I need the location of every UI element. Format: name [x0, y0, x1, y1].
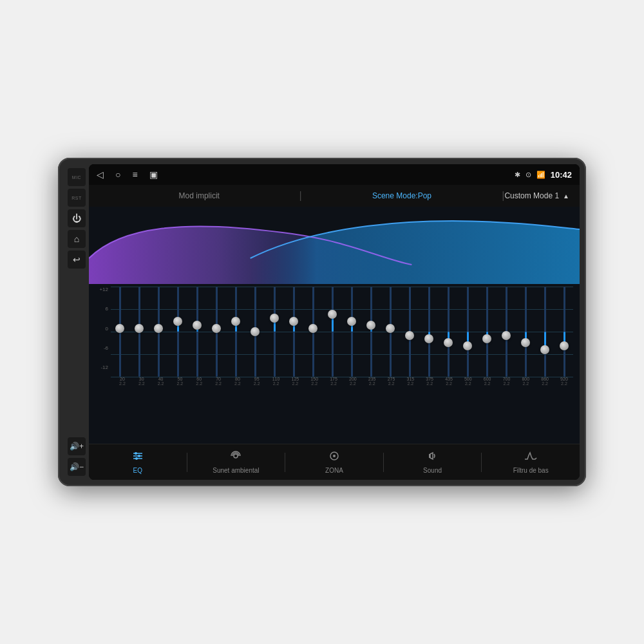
- slider-col-50[interactable]: [169, 287, 187, 377]
- freq-label-235: 235: [368, 377, 376, 381]
- tab-ambient[interactable]: Sunet ambiental: [187, 446, 285, 478]
- menu-nav-icon[interactable]: ≡: [132, 169, 137, 180]
- q-label-920: 2.2: [561, 381, 567, 386]
- slider-thumb-110[interactable]: [270, 314, 279, 323]
- freq-col-275: 275: [383, 377, 401, 381]
- svg-rect-10: [429, 454, 430, 458]
- slider-thumb-860[interactable]: [540, 345, 549, 354]
- home-button[interactable]: ⌂: [68, 230, 86, 248]
- slider-col-95[interactable]: [246, 287, 264, 377]
- slider-col-150[interactable]: [304, 287, 322, 377]
- db-scale: +12 6 0 -6 -12: [95, 287, 111, 370]
- freq-col-95: 95: [248, 377, 266, 381]
- slider-col-275[interactable]: [381, 287, 399, 377]
- freq-label-50: 50: [178, 377, 183, 381]
- slider-col-40[interactable]: [149, 287, 167, 377]
- slider-col-60[interactable]: [188, 287, 206, 377]
- q-label-70: 2.2: [215, 381, 222, 386]
- volume-up-button[interactable]: 🔊+: [68, 437, 86, 455]
- slider-col-20[interactable]: [111, 287, 129, 377]
- q-label-50: 2.2: [177, 381, 184, 386]
- slider-thumb-315[interactable]: [405, 331, 414, 340]
- mode-scene[interactable]: Scene Mode:Pop: [302, 191, 502, 200]
- slider-col-80[interactable]: [227, 287, 245, 377]
- q-col-175: 2.2: [325, 381, 343, 386]
- slider-thumb-20[interactable]: [115, 324, 124, 333]
- mode-custom[interactable]: Custom Mode 1 ▲: [504, 191, 569, 200]
- sound-icon: [426, 450, 439, 465]
- slider-col-110[interactable]: [265, 287, 283, 377]
- slider-col-920[interactable]: [555, 287, 573, 377]
- slider-thumb-60[interactable]: [193, 321, 202, 330]
- ambient-icon: [229, 450, 242, 465]
- slider-thumb-80[interactable]: [231, 317, 240, 326]
- q-col-30: 2.2: [133, 381, 151, 386]
- recent-nav-icon[interactable]: ▣: [149, 169, 158, 180]
- freq-col-40: 40: [152, 377, 170, 381]
- svg-point-9: [333, 455, 336, 457]
- slider-thumb-435[interactable]: [444, 338, 453, 347]
- freq-label-30: 30: [139, 377, 144, 381]
- tab-sound[interactable]: Sound: [384, 446, 482, 478]
- slider-thumb-125[interactable]: [289, 317, 298, 326]
- tab-bass[interactable]: Filtru de bas: [482, 446, 580, 478]
- freq-label-110: 110: [272, 377, 280, 381]
- slider-col-860[interactable]: [536, 287, 554, 377]
- db-label-neg12: -12: [95, 365, 108, 370]
- slider-col-375[interactable]: [420, 287, 438, 377]
- freq-col-175: 175: [325, 377, 343, 381]
- slider-col-700[interactable]: [497, 287, 515, 377]
- svg-point-7: [234, 454, 238, 458]
- freq-col-125: 125: [286, 377, 304, 381]
- slider-thumb-50[interactable]: [173, 317, 182, 326]
- freq-col-375: 375: [421, 377, 439, 381]
- slider-thumb-275[interactable]: [386, 324, 395, 333]
- slider-col-600[interactable]: [478, 287, 496, 377]
- rst-button[interactable]: RST: [68, 189, 86, 207]
- freq-col-70: 70: [209, 377, 227, 381]
- mic-button[interactable]: MIC: [68, 168, 86, 186]
- back-button[interactable]: ↩: [68, 251, 86, 269]
- db-label-12: +12: [95, 287, 108, 292]
- mode-implicit[interactable]: Mod implicit: [99, 191, 299, 200]
- freq-label-700: 700: [503, 377, 511, 381]
- slider-col-500[interactable]: [459, 287, 477, 377]
- slider-thumb-95[interactable]: [251, 327, 260, 336]
- tab-zona[interactable]: ZONA: [285, 446, 383, 478]
- slider-thumb-700[interactable]: [502, 331, 511, 340]
- back-nav-icon[interactable]: ◁: [97, 169, 104, 180]
- slider-thumb-175[interactable]: [328, 310, 337, 319]
- volume-down-button[interactable]: 🔊−: [68, 458, 86, 476]
- slider-thumb-375[interactable]: [424, 334, 433, 343]
- slider-col-175[interactable]: [323, 287, 341, 377]
- q-col-700: 2.2: [498, 381, 516, 386]
- slider-col-235[interactable]: [362, 287, 380, 377]
- slider-thumb-800[interactable]: [521, 338, 530, 347]
- slider-thumb-920[interactable]: [560, 341, 569, 350]
- slider-thumb-200[interactable]: [347, 317, 356, 326]
- slider-thumb-40[interactable]: [154, 324, 163, 333]
- slider-thumb-500[interactable]: [463, 341, 472, 350]
- mode-arrow-icon: ▲: [563, 193, 569, 200]
- slider-col-200[interactable]: [343, 287, 361, 377]
- slider-col-800[interactable]: [516, 287, 535, 377]
- slider-thumb-30[interactable]: [135, 324, 144, 333]
- slider-thumb-150[interactable]: [308, 324, 317, 333]
- home-nav-icon[interactable]: ○: [115, 169, 120, 180]
- power-button[interactable]: ⏻: [68, 209, 86, 227]
- slider-col-30[interactable]: [130, 287, 148, 377]
- tab-eq[interactable]: EQ: [89, 446, 187, 478]
- slider-col-70[interactable]: [207, 287, 225, 377]
- slider-thumb-70[interactable]: [212, 324, 221, 333]
- freq-label-95: 95: [254, 377, 260, 381]
- tab-ambient-label: Sunet ambiental: [213, 467, 259, 474]
- wifi-icon: 📶: [536, 171, 545, 179]
- status-bar: ◁ ○ ≡ ▣ ✱ ⊙ 📶 10:42: [89, 164, 580, 185]
- slider-col-125[interactable]: [285, 287, 303, 377]
- slider-col-315[interactable]: [401, 287, 419, 377]
- db-label-6: 6: [95, 306, 108, 312]
- q-col-275: 2.2: [383, 381, 401, 386]
- slider-col-435[interactable]: [439, 287, 457, 377]
- slider-thumb-235[interactable]: [366, 321, 375, 330]
- slider-thumb-600[interactable]: [482, 334, 491, 343]
